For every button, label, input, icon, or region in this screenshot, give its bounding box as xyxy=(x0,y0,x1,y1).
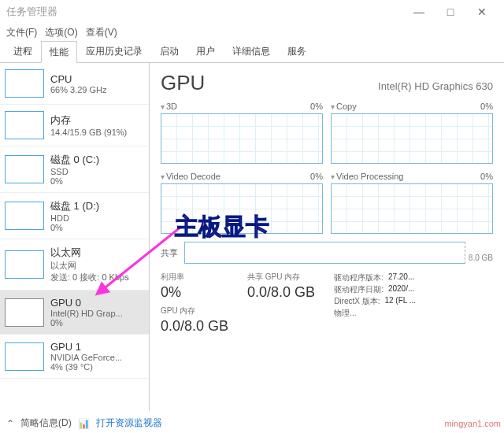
shared-label: 共享 xyxy=(161,247,184,259)
menu-view[interactable]: 查看(V) xyxy=(86,26,117,39)
chart-3: ▾Video Processing0% xyxy=(331,172,493,234)
side-name: GPU 1 xyxy=(50,341,144,353)
thumb-icon xyxy=(5,202,44,230)
tab-2[interactable]: 应用历史记录 xyxy=(77,40,151,62)
thumb-icon xyxy=(5,342,44,371)
close-button[interactable]: ✕ xyxy=(466,1,498,23)
util-value: 0% xyxy=(161,284,228,301)
shared-max: 8.0 GB xyxy=(469,254,493,262)
tab-3[interactable]: 启动 xyxy=(151,40,187,62)
gpumem-label: GPU 内存 xyxy=(161,305,228,316)
maximize-button[interactable]: □ xyxy=(435,1,466,23)
thumb-icon xyxy=(5,155,44,183)
dx-ver: 12 (FL ... xyxy=(384,296,416,307)
page-title: GPU xyxy=(161,71,205,95)
tab-5[interactable]: 详细信息 xyxy=(224,40,279,62)
tab-4[interactable]: 用户 xyxy=(187,40,224,62)
side-name: 磁盘 1 (D:) xyxy=(50,199,144,213)
chart-name[interactable]: ▾3D xyxy=(161,102,177,111)
tab-1[interactable]: 性能 xyxy=(41,41,77,63)
side-sub2: 0% xyxy=(50,176,144,186)
side-name: GPU 0 xyxy=(50,297,144,309)
thumb-icon xyxy=(5,111,44,139)
brief-info-link[interactable]: 简略信息(D) xyxy=(20,416,72,430)
util-label: 利用率 xyxy=(161,272,228,283)
driver-date: 2020/... xyxy=(388,284,414,295)
collapse-icon[interactable]: ⌃ xyxy=(6,418,14,429)
footer: ⌃ 简略信息(D) 📊 打开资源监视器 xyxy=(6,416,162,430)
sidebar-item-3[interactable]: 磁盘 1 (D:)HDD0% xyxy=(0,193,149,239)
shared-mem-bar xyxy=(184,242,465,264)
side-sub2: 0% xyxy=(50,223,144,232)
side-sub: SSD xyxy=(50,167,144,176)
chart-pct: 0% xyxy=(310,102,323,111)
side-name: 以太网 xyxy=(50,246,144,260)
content: CPU66% 3.29 GHz内存14.4/15.9 GB (91%)磁盘 0 … xyxy=(0,63,504,411)
chart-1: ▾Copy0% xyxy=(331,102,493,164)
side-sub: 66% 3.29 GHz xyxy=(50,85,144,94)
side-name: CPU xyxy=(50,73,144,85)
sidebar-item-4[interactable]: 以太网以太网发送: 0 接收: 0 Kbps xyxy=(0,239,149,291)
chart-pct: 0% xyxy=(310,172,323,181)
sidebar-item-1[interactable]: 内存14.4/15.9 GB (91%) xyxy=(0,105,149,146)
side-name: 磁盘 0 (C:) xyxy=(50,153,144,167)
sidebar-item-5[interactable]: GPU 0Intel(R) HD Grap...0% xyxy=(0,291,149,335)
chart-pct: 0% xyxy=(480,102,493,111)
driver-ver-label: 驱动程序版本: xyxy=(334,272,384,283)
monitor-icon: 📊 xyxy=(78,418,90,429)
chart-box xyxy=(331,113,493,164)
sidebar-item-0[interactable]: CPU66% 3.29 GHz xyxy=(0,63,149,105)
thumb-icon xyxy=(5,250,44,279)
side-sub2: 4% (39 °C) xyxy=(50,362,144,372)
side-sub: HDD xyxy=(50,213,144,223)
side-sub2: 0% xyxy=(50,318,144,328)
driver-ver: 27.20... xyxy=(388,272,414,283)
menu-file[interactable]: 文件(F) xyxy=(6,26,37,39)
side-name: 内存 xyxy=(50,113,144,128)
chart-pct: 0% xyxy=(480,172,493,181)
sidebar-item-2[interactable]: 磁盘 0 (C:)SSD0% xyxy=(0,146,149,193)
chart-box xyxy=(161,183,323,234)
chart-name[interactable]: ▾Video Decode xyxy=(161,172,220,181)
side-sub: Intel(R) HD Grap... xyxy=(50,309,144,318)
menu-options[interactable]: 选项(O) xyxy=(45,26,77,39)
side-sub: 14.4/15.9 GB (91%) xyxy=(50,128,144,137)
shared-mem-value: 0.0/8.0 GB xyxy=(247,284,315,301)
tab-0[interactable]: 进程 xyxy=(5,40,41,62)
tab-6[interactable]: 服务 xyxy=(279,40,315,62)
thumb-icon xyxy=(5,69,44,98)
gpu-model: Intel(R) HD Graphics 630 xyxy=(378,80,493,92)
side-sub: NVIDIA GeForce... xyxy=(50,353,144,362)
chart-name[interactable]: ▾Copy xyxy=(331,102,357,111)
resource-monitor-link[interactable]: 打开资源监视器 xyxy=(96,416,162,430)
minimize-button[interactable]: — xyxy=(403,1,435,23)
chart-name[interactable]: ▾Video Processing xyxy=(331,172,403,181)
watermark: mingyan1.com xyxy=(444,419,501,428)
dx-label: DirectX 版本: xyxy=(334,296,380,307)
driver-date-label: 驱动程序日期: xyxy=(334,284,384,295)
chart-box xyxy=(161,113,323,164)
main-panel: GPU Intel(R) HD Graphics 630 ▾3D0%▾Copy0… xyxy=(150,63,504,411)
window-title: 任务管理器 xyxy=(6,5,403,19)
side-sub2: 发送: 0 接收: 0 Kbps xyxy=(50,272,144,283)
thumb-icon xyxy=(5,298,44,327)
chart-2: ▾Video Decode0% xyxy=(161,172,323,234)
menubar: 文件(F) 选项(O) 查看(V) xyxy=(0,24,504,41)
shared-mem-label: 共享 GPU 内存 xyxy=(247,272,315,283)
sidebar: CPU66% 3.29 GHz内存14.4/15.9 GB (91%)磁盘 0 … xyxy=(0,63,150,411)
chart-0: ▾3D0% xyxy=(161,102,323,164)
chart-box xyxy=(331,183,493,234)
phys-label: 物理... xyxy=(334,308,356,319)
sidebar-item-6[interactable]: GPU 1NVIDIA GeForce...4% (39 °C) xyxy=(0,335,149,379)
titlebar: 任务管理器 — □ ✕ xyxy=(0,0,504,24)
tabbar: 进程性能应用历史记录启动用户详细信息服务 xyxy=(0,41,504,63)
side-sub: 以太网 xyxy=(50,260,144,272)
gpumem-value: 0.0/8.0 GB xyxy=(161,318,228,335)
